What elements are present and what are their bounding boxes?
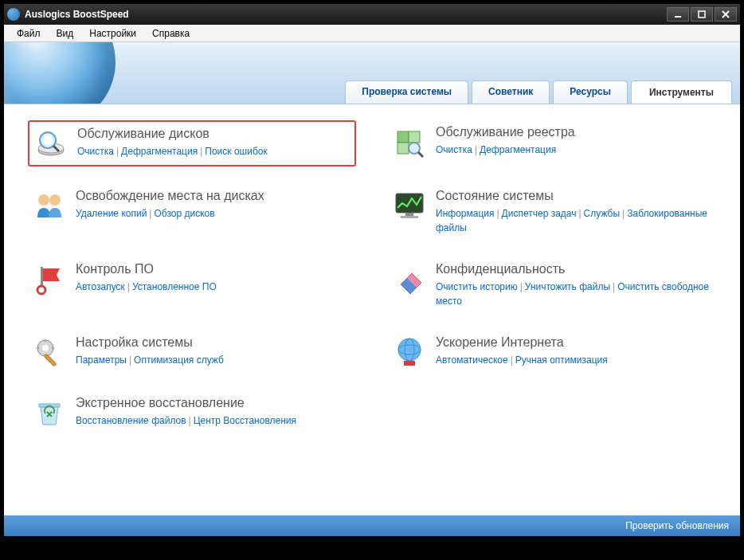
tool-title: Конфиденциальность — [436, 262, 711, 276]
recycle-bin-icon — [33, 396, 66, 429]
tab-tools[interactable]: Инструменты — [631, 80, 732, 104]
link-shred[interactable]: Уничтожить файлы — [525, 281, 610, 292]
tool-system-tuning: Настройка системы Параметры|Оптимизация … — [28, 331, 356, 374]
tool-title: Настройка системы — [76, 335, 351, 350]
window-controls — [667, 7, 737, 22]
link-services[interactable]: Службы — [584, 208, 620, 219]
link-params[interactable]: Параметры — [76, 354, 127, 366]
svg-point-22 — [42, 345, 49, 351]
svg-rect-23 — [44, 354, 57, 366]
svg-line-13 — [418, 152, 423, 157]
link-installed[interactable]: Установленное ПО — [132, 281, 217, 292]
minimize-button[interactable] — [667, 7, 689, 22]
disk-scan-icon — [34, 127, 68, 160]
link-disk-cleanup[interactable]: Очистка — [77, 146, 114, 157]
internet-globe-icon — [393, 335, 426, 369]
tool-title: Состояние системы — [436, 189, 711, 203]
tool-disk-maintenance: Обслуживание дисков Очистка|Дефрагментац… — [28, 120, 356, 166]
link-task-manager[interactable]: Диспетчер задач — [502, 208, 577, 219]
tab-system-check[interactable]: Проверка системы — [345, 80, 468, 104]
app-icon — [7, 8, 20, 21]
tool-title: Обслуживание реестра — [436, 125, 711, 139]
tab-resources[interactable]: Ресурсы — [553, 80, 628, 104]
svg-rect-10 — [409, 131, 420, 143]
tool-title: Экстренное восстановление — [76, 396, 351, 410]
registry-icon — [393, 125, 426, 159]
tool-system-status: Состояние системы Информация|Диспетчер з… — [388, 184, 716, 240]
link-autorun[interactable]: Автозапуск — [76, 281, 125, 292]
link-auto-opt[interactable]: Автоматическое — [436, 354, 508, 366]
link-registry-defrag[interactable]: Дефрагментация — [480, 144, 556, 155]
link-registry-cleanup[interactable]: Очистка — [436, 144, 472, 155]
menu-file[interactable]: Файл — [9, 26, 49, 41]
tool-title: Ускорение Интернета — [436, 335, 711, 350]
monitor-chart-icon — [393, 189, 426, 222]
link-dup-remove[interactable]: Удаление копий — [76, 208, 147, 219]
titlebar[interactable]: Auslogics BoostSpeed — [4, 4, 740, 25]
tool-grid: Обслуживание дисков Очистка|Дефрагментац… — [28, 120, 716, 434]
window-frame: Auslogics BoostSpeed Файл Вид Настройки … — [0, 0, 744, 560]
tool-free-space: Освобождение места на дисках Удаление ко… — [28, 184, 356, 240]
svg-point-24 — [398, 339, 421, 361]
tool-rescue: Экстренное восстановление Восстановление… — [28, 391, 356, 434]
tool-software-control: Контроль ПО Автозапуск|Установленное ПО — [28, 257, 356, 313]
svg-rect-1 — [699, 11, 705, 18]
header-band: Проверка системы Советник Ресурсы Инстру… — [4, 42, 740, 104]
svg-point-20 — [37, 286, 45, 294]
tool-title: Контроль ПО — [76, 262, 351, 276]
svg-rect-17 — [405, 213, 413, 216]
link-disk-errors[interactable]: Поиск ошибок — [205, 146, 267, 157]
tabs: Проверка системы Советник Ресурсы Инстру… — [345, 80, 732, 104]
people-icon — [33, 189, 66, 222]
tool-registry-maintenance: Обслуживание реестра Очистка|Дефрагмента… — [388, 120, 716, 166]
link-disk-defrag[interactable]: Дефрагментация — [121, 146, 198, 157]
tool-privacy: Конфиденциальность Очистить историю|Унич… — [388, 257, 716, 313]
maximize-button[interactable] — [691, 7, 713, 22]
close-button[interactable] — [715, 7, 737, 22]
link-rescue-center[interactable]: Центр Восстановления — [194, 415, 296, 426]
globe-icon — [4, 42, 116, 104]
flag-icon — [33, 262, 66, 296]
svg-point-12 — [409, 143, 420, 154]
svg-rect-9 — [397, 131, 409, 143]
check-updates-link[interactable]: Проверить обновления — [625, 520, 729, 531]
eraser-icon — [393, 262, 426, 296]
svg-rect-11 — [397, 143, 409, 154]
link-file-recovery[interactable]: Восстановление файлов — [76, 415, 186, 426]
svg-rect-18 — [401, 216, 418, 218]
link-services-opt[interactable]: Оптимизация служб — [134, 354, 224, 366]
statusbar: Проверить обновления — [4, 515, 740, 536]
menu-settings[interactable]: Настройки — [81, 26, 144, 41]
link-disk-overview[interactable]: Обзор дисков — [154, 208, 214, 219]
menu-help[interactable]: Справка — [144, 26, 198, 41]
menu-view[interactable]: Вид — [49, 26, 82, 41]
svg-point-14 — [38, 194, 49, 206]
tab-advisor[interactable]: Советник — [472, 80, 550, 104]
tool-title: Освобождение места на дисках — [76, 189, 351, 203]
tool-internet: Ускорение Интернета Автоматическое|Ручна… — [388, 331, 716, 374]
svg-point-15 — [49, 194, 61, 206]
menubar: Файл Вид Настройки Справка — [4, 25, 740, 42]
svg-point-7 — [43, 135, 53, 145]
tool-title: Обслуживание дисков — [77, 127, 350, 141]
svg-rect-27 — [404, 361, 415, 366]
window-title: Auslogics BoostSpeed — [25, 9, 667, 20]
gear-wrench-icon — [33, 335, 66, 369]
link-clear-history[interactable]: Очистить историю — [436, 281, 518, 292]
link-manual-opt[interactable]: Ручная оптимизация — [515, 354, 608, 366]
link-info[interactable]: Информация — [436, 208, 494, 219]
content-area: Обслуживание дисков Очистка|Дефрагментац… — [4, 104, 740, 515]
